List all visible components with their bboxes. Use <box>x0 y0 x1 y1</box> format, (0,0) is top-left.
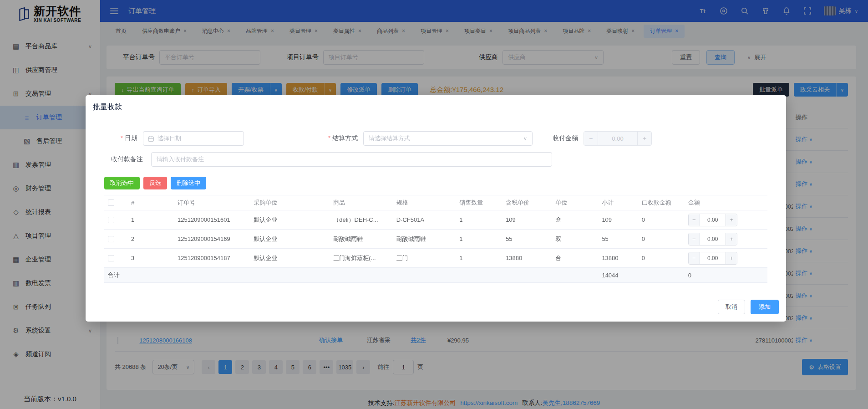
row-checkbox-cell <box>104 236 127 242</box>
modal-header-cell: 小计 <box>598 199 638 207</box>
modal-header-cell: 规格 <box>393 199 456 207</box>
row-amount-stepper: −0.00+ <box>688 233 737 245</box>
plus-icon[interactable]: + <box>726 233 737 245</box>
add-button[interactable]: 添加 <box>751 300 779 314</box>
row-checkbox-cell <box>104 255 127 261</box>
row-checkbox[interactable] <box>108 217 114 223</box>
unit-cell: 盒 <box>552 216 598 224</box>
pay-amount-stepper: − 0.00 + <box>584 131 652 146</box>
product-cell: 耐酸碱雨鞋 <box>330 235 392 243</box>
modal-header-cell: 单位 <box>552 199 598 207</box>
spec-cell: 耐酸碱雨鞋 <box>393 235 456 243</box>
plus-icon[interactable]: + <box>638 132 651 145</box>
modal-sum-row: 合计140440 <box>104 268 767 283</box>
cancel-button[interactable]: 取消 <box>718 300 745 314</box>
price-cell: 55 <box>502 235 552 242</box>
header-checkbox-cell <box>104 199 127 206</box>
select-all-checkbox[interactable] <box>108 199 114 206</box>
minus-icon[interactable]: − <box>689 252 700 264</box>
remark-input[interactable]: 请输入收付款备注 <box>151 152 552 167</box>
qty-cell: 1 <box>456 235 502 242</box>
modal-toolbar-button-删除选中[interactable]: 删除选中 <box>171 177 206 189</box>
unit-cell: 台 <box>552 254 598 262</box>
modal-form-row1: 日期 选择日期 结算方式 请选择结算方式 ∨ 收付金额 − 0.00 + <box>93 131 779 146</box>
minus-icon[interactable]: − <box>689 214 700 226</box>
row-amount-value[interactable]: 0.00 <box>700 214 726 226</box>
modal-footer: 取消 添加 <box>718 300 779 314</box>
amount-stepper-cell: −0.00+ <box>685 233 767 245</box>
batch-payment-modal: 批量收款 日期 选择日期 结算方式 请选择结算方式 ∨ 收付金额 − 0.00 … <box>86 95 786 322</box>
subtotal-cell: 13880 <box>598 255 638 261</box>
modal-table-row: 11251209000151601默认企业（deli）DEH-C...D-CF5… <box>104 210 767 230</box>
pay-amount-value[interactable]: 0.00 <box>598 132 638 145</box>
row-checkbox[interactable] <box>108 236 114 242</box>
index-cell: 2 <box>127 235 174 242</box>
unit-cell: 双 <box>552 235 598 243</box>
row-amount-value[interactable]: 0.00 <box>700 252 726 264</box>
subtotal-cell: 55 <box>598 235 638 242</box>
modal-table-row: 31251209000154187默认企业三门海鲜蒸柜(...三门113880台… <box>104 249 767 268</box>
price-cell: 109 <box>502 216 552 223</box>
order-no-cell: 1251209000151601 <box>174 216 250 223</box>
pay-amount-label: 收付金额 <box>533 134 578 143</box>
spec-cell: 三门 <box>393 254 456 262</box>
received-cell: 0 <box>638 235 685 242</box>
spec-cell: D-CF501A <box>393 216 456 223</box>
calendar-icon <box>148 136 154 142</box>
order-no-cell: 1251209000154187 <box>174 255 250 261</box>
modal-header-cell: 销售数量 <box>456 199 502 207</box>
qty-cell: 1 <box>456 216 502 223</box>
buyer-cell: 默认企业 <box>250 254 330 262</box>
row-amount-stepper: −0.00+ <box>688 214 737 226</box>
received-cell: 0 <box>638 255 685 261</box>
buyer-cell: 默认企业 <box>250 235 330 243</box>
modal-header-cell: 商品 <box>330 199 392 207</box>
date-picker-input[interactable]: 选择日期 <box>143 131 244 146</box>
remark-label: 收付款备注 <box>102 155 143 164</box>
modal-header-cell: 金额 <box>685 199 767 207</box>
modal-form-row2: 收付款备注 请输入收付款备注 <box>93 152 779 167</box>
modal-table: #订单号采购单位商品规格销售数量含税单价单位小计已收款金额金额112512090… <box>104 195 767 283</box>
index-cell: 3 <box>127 255 174 261</box>
index-cell: 1 <box>127 216 174 223</box>
modal-header-cell: 已收款金额 <box>638 199 685 207</box>
modal-table-row: 21251209000154169默认企业耐酸碱雨鞋耐酸碱雨鞋155双550−0… <box>104 230 767 249</box>
order-no-cell: 1251209000154169 <box>174 235 250 242</box>
sum-label-cell: 合计 <box>104 271 174 279</box>
modal-table-header: #订单号采购单位商品规格销售数量含税单价单位小计已收款金额金额 <box>104 195 767 210</box>
settlement-select[interactable]: 请选择结算方式 ∨ <box>363 131 533 146</box>
subtotal-cell: 109 <box>598 216 638 223</box>
chevron-down-icon: ∨ <box>523 136 527 142</box>
minus-icon[interactable]: − <box>584 132 598 145</box>
row-checkbox-cell <box>104 217 127 223</box>
product-cell: （deli）DEH-C... <box>330 216 392 224</box>
qty-cell: 1 <box>456 255 502 261</box>
modal-header-cell: # <box>127 199 174 206</box>
settlement-label: 结算方式 <box>244 134 358 143</box>
date-label: 日期 <box>93 134 137 143</box>
minus-icon[interactable]: − <box>689 233 700 245</box>
product-cell: 三门海鲜蒸柜(... <box>330 254 392 262</box>
modal-header-cell: 订单号 <box>174 199 250 207</box>
row-checkbox[interactable] <box>108 255 114 261</box>
plus-icon[interactable]: + <box>726 252 737 264</box>
modal-header-cell: 含税单价 <box>502 199 552 207</box>
received-cell: 0 <box>638 216 685 223</box>
modal-toolbar-button-反选[interactable]: 反选 <box>143 177 167 189</box>
modal-toolbar: 取消选中反选删除选中 <box>104 177 779 189</box>
modal-toolbar-button-取消选中[interactable]: 取消选中 <box>104 177 140 189</box>
modal-title: 批量收款 <box>93 102 779 112</box>
plus-icon[interactable]: + <box>726 214 737 226</box>
amount-stepper-cell: −0.00+ <box>685 214 767 226</box>
modal-header-cell: 采购单位 <box>250 199 330 207</box>
sum-subtotal-cell: 14044 <box>598 272 638 279</box>
buyer-cell: 默认企业 <box>250 216 330 224</box>
amount-stepper-cell: −0.00+ <box>685 252 767 265</box>
price-cell: 13880 <box>502 255 552 261</box>
sum-amount-cell: 0 <box>685 272 767 279</box>
row-amount-stepper: −0.00+ <box>688 252 737 265</box>
row-amount-value[interactable]: 0.00 <box>700 233 726 245</box>
